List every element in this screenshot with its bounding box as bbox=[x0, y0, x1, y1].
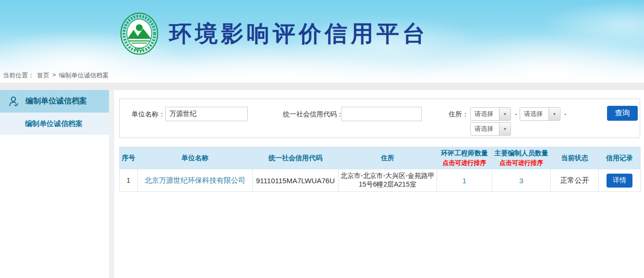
engineer-count-title: 环评工程师数量 bbox=[441, 149, 488, 157]
col-header-address: 住所 bbox=[339, 147, 437, 169]
col-header-index: 序号 bbox=[120, 147, 138, 169]
engineer-count-link[interactable]: 1 bbox=[462, 177, 466, 185]
cell-address: 北京市-北京市-大兴区-金苑路甲15号6幢2层A215室 bbox=[339, 169, 437, 192]
results-table-wrap: 序号 单位名称 统一社会信用代码 住所 环评工程师数量 点击可进行排序 主要编制… bbox=[119, 147, 640, 192]
main-content: 单位名称： 统一社会信用代码： 住所： 请选择 ▼ - 请选择 ▼ - 请选择 … bbox=[114, 90, 644, 278]
company-name-link[interactable]: 北京万源世纪环保科技有限公司 bbox=[145, 176, 245, 184]
mee-logo-icon: MEE bbox=[120, 12, 158, 56]
col-header-engineer-count: 环评工程师数量 点击可进行排序 bbox=[437, 147, 492, 169]
status-text: 正常公开 bbox=[551, 169, 599, 192]
breadcrumb-current[interactable]: 编制单位诚信档案 bbox=[59, 71, 109, 80]
breadcrumb-home-link[interactable]: 首页 bbox=[37, 71, 49, 80]
sidebar-divider bbox=[109, 90, 114, 278]
address-dash-2: - bbox=[564, 107, 567, 121]
district-select-value: 请选择 bbox=[471, 125, 499, 133]
cell-index: 1 bbox=[120, 169, 138, 192]
province-select[interactable]: 请选择 ▼ bbox=[470, 107, 511, 121]
col-header-staff-count: 主要编制人员数量 点击可进行排序 bbox=[492, 147, 551, 169]
page: MEE 环境影响评价信用平台 当前位置： 首页 > 编制单位诚信档案 编制单位诚… bbox=[0, 0, 644, 278]
chevron-down-icon[interactable]: ▼ bbox=[499, 123, 510, 135]
breadcrumb-prefix: 当前位置： bbox=[3, 71, 34, 80]
results-table: 序号 单位名称 统一社会信用代码 住所 环评工程师数量 点击可进行排序 主要编制… bbox=[119, 147, 641, 192]
user-check-icon bbox=[8, 95, 20, 108]
address-dash-1: - bbox=[515, 107, 517, 121]
company-name-input[interactable] bbox=[165, 107, 248, 121]
site-header: MEE 环境影响评价信用平台 bbox=[0, 0, 644, 83]
logo-text: MEE bbox=[134, 47, 144, 51]
staff-count-title: 主要编制人员数量 bbox=[495, 149, 548, 157]
chevron-down-icon[interactable]: ▼ bbox=[548, 108, 560, 120]
col-header-credit-code: 统一社会信用代码 bbox=[253, 147, 339, 169]
staff-sort-link[interactable]: 点击可进行排序 bbox=[492, 159, 550, 167]
search-form-panel: 单位名称： 统一社会信用代码： 住所： 请选择 ▼ - 请选择 ▼ - 请选择 … bbox=[119, 99, 640, 138]
credit-code-label: 统一社会信用代码： bbox=[283, 107, 343, 121]
chevron-down-icon[interactable]: ▼ bbox=[499, 108, 510, 120]
breadcrumb: 当前位置： 首页 > 编制单位诚信档案 bbox=[3, 71, 109, 80]
sidebar-item-label: 编制单位诚信档案 bbox=[25, 96, 87, 106]
table-row: 1 北京万源世纪环保科技有限公司 91110115MA7LWUA76U 北京市-… bbox=[120, 169, 641, 192]
city-select[interactable]: 请选择 ▼ bbox=[520, 107, 560, 121]
cell-credit-code: 91110115MA7LWUA76U bbox=[253, 169, 339, 192]
sidebar-subitem-unit-credit-archive[interactable]: 编制单位诚信档案 bbox=[0, 113, 109, 135]
col-header-status: 当前状态 bbox=[551, 147, 599, 169]
credit-code-input[interactable] bbox=[341, 107, 422, 121]
brand: MEE 环境影响评价信用平台 bbox=[120, 12, 428, 56]
sidebar-subitem-label: 编制单位诚信档案 bbox=[25, 119, 83, 128]
company-name-label: 单位名称： bbox=[132, 107, 165, 121]
col-header-credit-record: 信用记录 bbox=[599, 147, 641, 169]
province-select-value: 请选择 bbox=[471, 110, 499, 118]
sidebar-item-unit-credit-archive[interactable]: 编制单位诚信档案 bbox=[0, 90, 109, 113]
detail-button[interactable]: 详情 bbox=[607, 174, 632, 188]
page-title: 环境影响评价信用平台 bbox=[169, 19, 428, 49]
city-select-value: 请选择 bbox=[520, 110, 548, 118]
address-label: 住所： bbox=[449, 107, 469, 121]
col-header-company: 单位名称 bbox=[138, 147, 253, 169]
district-select[interactable]: 请选择 ▼ bbox=[470, 122, 511, 136]
table-header-row: 序号 单位名称 统一社会信用代码 住所 环评工程师数量 点击可进行排序 主要编制… bbox=[120, 147, 641, 169]
engineer-sort-link[interactable]: 点击可进行排序 bbox=[437, 159, 492, 167]
divider-band bbox=[0, 83, 644, 90]
search-button[interactable]: 查询 bbox=[607, 106, 638, 121]
staff-count-link[interactable]: 3 bbox=[519, 177, 523, 185]
breadcrumb-separator: > bbox=[52, 71, 56, 80]
sidebar: 编制单位诚信档案 编制单位诚信档案 bbox=[0, 90, 109, 278]
